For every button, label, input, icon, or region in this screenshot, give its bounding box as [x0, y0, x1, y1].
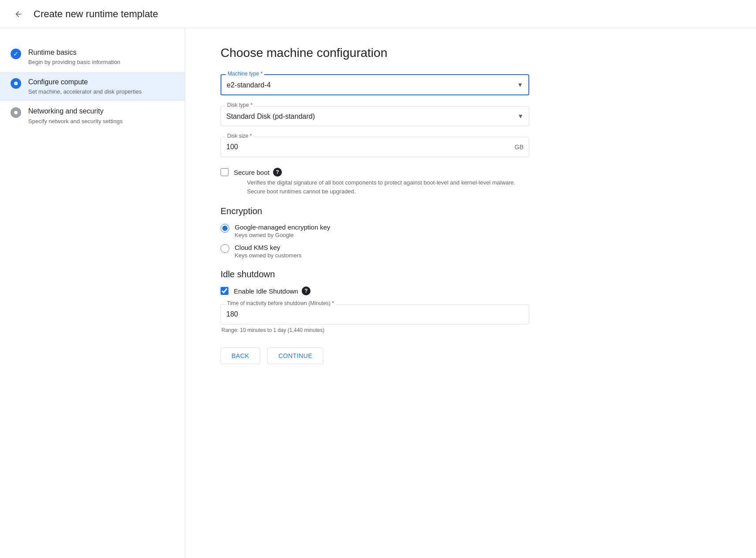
- inactivity-time-wrapper: Time of inactivity before shutdown (Minu…: [221, 304, 529, 324]
- back-button[interactable]: BACK: [221, 347, 260, 364]
- machine-type-wrapper: Machine type * e2-standard-4 ▼: [221, 74, 529, 95]
- disk-type-label: Disk type *: [225, 102, 254, 108]
- secure-boot-row: Secure boot ? Verifies the digital signa…: [221, 168, 721, 196]
- enable-idle-shutdown-checkbox[interactable]: [221, 287, 228, 295]
- sidebar-item-label: Networking and security: [28, 106, 123, 116]
- secure-boot-label-group: Secure boot ? Verifies the digital signa…: [234, 168, 534, 196]
- encryption-section: Encryption Google-managed encryption key…: [221, 206, 721, 259]
- main-content: Choose machine configuration Machine typ…: [185, 28, 756, 558]
- disk-size-wrapper: Disk size * GB: [221, 137, 529, 157]
- secure-boot-field: Secure boot ? Verifies the digital signa…: [221, 168, 721, 196]
- idle-shutdown-section: Idle shutdown Enable Idle Shutdown ? Tim…: [221, 269, 721, 333]
- inactivity-time-label: Time of inactivity before shutdown (Minu…: [225, 300, 336, 306]
- disk-type-field: Disk type * Standard Disk (pd-standard) …: [221, 106, 721, 126]
- secure-boot-checkbox[interactable]: [221, 168, 228, 176]
- cloud-kms-radio[interactable]: [221, 244, 229, 253]
- disk-type-select[interactable]: Standard Disk (pd-standard): [226, 110, 524, 122]
- page-title: Create new runtime template: [34, 8, 158, 20]
- encryption-google-row: Google-managed encryption key Keys owned…: [221, 223, 721, 238]
- secure-boot-label: Secure boot ?: [234, 168, 534, 177]
- google-managed-radio[interactable]: [221, 224, 229, 233]
- header-back-button[interactable]: [11, 6, 26, 22]
- step-indicator-completed: ✓: [11, 49, 21, 59]
- range-hint: Range: 10 minutes to 1 day (1,440 minute…: [221, 327, 721, 333]
- idle-shutdown-title: Idle shutdown: [221, 269, 721, 279]
- machine-type-select[interactable]: e2-standard-4: [227, 79, 523, 91]
- idle-shutdown-help-icon[interactable]: ?: [302, 287, 311, 295]
- encryption-cloud-kms-row: Cloud KMS key Keys owned by customers: [221, 244, 721, 259]
- cloud-kms-sublabel: Keys owned by customers: [235, 252, 302, 259]
- sidebar-item-label: Configure compute: [28, 77, 142, 87]
- disk-type-wrapper: Disk type * Standard Disk (pd-standard) …: [221, 106, 529, 126]
- inactivity-time-field: Time of inactivity before shutdown (Minu…: [221, 304, 721, 333]
- step-indicator-pending: [11, 107, 21, 118]
- sidebar-item-sublabel: Set machine, accelerator and disk proper…: [28, 88, 142, 96]
- disk-size-label: Disk size *: [225, 133, 254, 139]
- disk-size-suffix: GB: [515, 143, 524, 151]
- sidebar-item-label: Runtime basics: [28, 48, 120, 57]
- cloud-kms-label-group: Cloud KMS key Keys owned by customers: [235, 244, 302, 259]
- sidebar-item-sublabel: Specify network and security settings: [28, 117, 123, 125]
- disk-size-input[interactable]: [226, 141, 524, 153]
- secure-boot-description: Verifies the digital signature of all bo…: [247, 178, 534, 196]
- enable-idle-shutdown-row: Enable Idle Shutdown ?: [221, 287, 721, 295]
- machine-type-label: Machine type *: [226, 71, 264, 77]
- enable-idle-shutdown-label: Enable Idle Shutdown ?: [234, 287, 311, 295]
- sidebar-item-text: Runtime basics Begin by providing basic …: [28, 48, 120, 67]
- machine-type-field: Machine type * e2-standard-4 ▼: [221, 74, 721, 95]
- header: Create new runtime template: [0, 0, 756, 28]
- google-managed-label: Google-managed encryption key: [235, 223, 330, 231]
- sidebar-item-sublabel: Begin by providing basic information: [28, 58, 120, 66]
- button-row: BACK CONTINUE: [221, 347, 721, 364]
- sidebar: ✓ Runtime basics Begin by providing basi…: [0, 28, 185, 558]
- google-managed-label-group: Google-managed encryption key Keys owned…: [235, 223, 330, 238]
- active-dot: [14, 82, 18, 85]
- step-indicator-active: [11, 78, 21, 89]
- inactivity-time-input[interactable]: [226, 308, 524, 320]
- sidebar-item-networking-security[interactable]: Networking and security Specify network …: [0, 101, 185, 131]
- sidebar-item-text: Networking and security Specify network …: [28, 106, 123, 125]
- sidebar-item-configure-compute[interactable]: Configure compute Set machine, accelerat…: [0, 72, 185, 102]
- cloud-kms-label: Cloud KMS key: [235, 244, 302, 251]
- section-title: Choose machine configuration: [221, 46, 721, 60]
- main-layout: ✓ Runtime basics Begin by providing basi…: [0, 28, 756, 558]
- sidebar-item-text: Configure compute Set machine, accelerat…: [28, 77, 142, 96]
- check-icon: ✓: [13, 50, 19, 57]
- secure-boot-help-icon[interactable]: ?: [273, 168, 282, 177]
- encryption-title: Encryption: [221, 206, 721, 216]
- disk-size-field: Disk size * GB: [221, 137, 721, 157]
- pending-dot: [14, 111, 18, 114]
- google-managed-sublabel: Keys owned by Google: [235, 232, 330, 238]
- sidebar-item-runtime-basics[interactable]: ✓ Runtime basics Begin by providing basi…: [0, 42, 185, 72]
- continue-button[interactable]: CONTINUE: [267, 347, 323, 364]
